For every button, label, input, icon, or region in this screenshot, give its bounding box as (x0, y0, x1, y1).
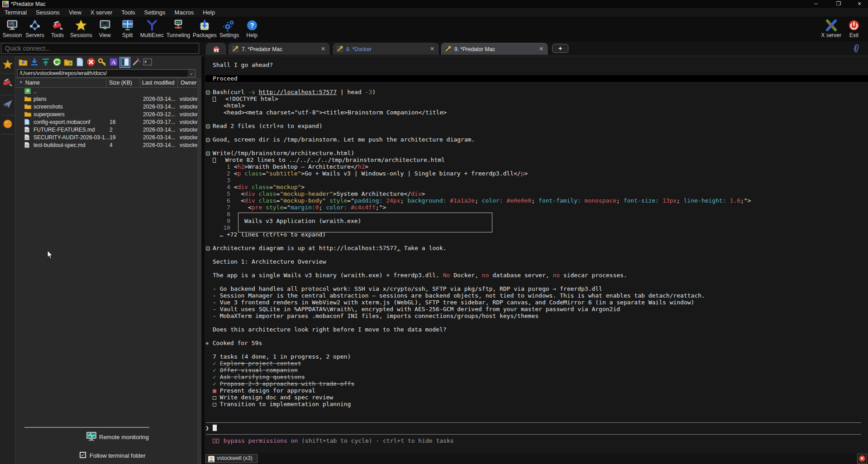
toolbar-x server-button[interactable]: X server (820, 18, 843, 38)
sort-arrow-icon[interactable]: ▼ (19, 80, 23, 85)
file-scrollbar[interactable] (197, 78, 201, 464)
toolbar-sessions-button[interactable]: Sessions (69, 18, 94, 38)
terminal-line: ✳ Cooked for 59s (205, 340, 868, 346)
menu-sessions[interactable]: Sessions (31, 8, 64, 17)
terminal-text: 2 (205, 170, 234, 177)
terminal-text: background: (407, 197, 446, 204)
download-icon[interactable] (29, 57, 39, 67)
toolbar-exit-button[interactable]: Exit (843, 18, 865, 38)
toolbar-view-button[interactable]: View (94, 18, 116, 38)
terminal-text: 6 (205, 197, 234, 204)
charset-icon[interactable]: A (109, 57, 119, 67)
minimize-button[interactable]: – (809, 0, 823, 8)
menu-help[interactable]: Help (198, 8, 219, 17)
menu-x-server[interactable]: X server (86, 8, 117, 17)
window-title: *Predator Mac (11, 1, 46, 7)
follow-terminal-folder-row[interactable]: ✓ Follow terminal folder (15, 451, 197, 461)
quick-connect-input[interactable] (1, 43, 199, 54)
close-session-bar-button[interactable]: ✕ (857, 454, 867, 464)
column-name[interactable]: Name (25, 80, 40, 86)
file-row--[interactable]: .. (15, 88, 197, 95)
bypass-permissions-text: bypass permissions on (220, 437, 298, 444)
refresh-icon[interactable] (52, 57, 62, 67)
menu-macros[interactable]: Macros (170, 8, 199, 17)
session-tab-vstockwell[interactable]: vstockwell (x3) (205, 454, 258, 463)
file-md-icon (24, 127, 29, 134)
sessions-plane-icon[interactable] (0, 99, 15, 111)
delete-icon[interactable] (86, 57, 96, 67)
terminal-link[interactable]: . (397, 245, 401, 251)
restore-button[interactable]: ❐ (832, 0, 845, 8)
terminal-mini-icon[interactable] (143, 57, 153, 67)
terminal-text: 3 (205, 177, 234, 184)
file-row-config-export-mobaconf[interactable]: config-export.mobaconf162026-03-17...vst… (15, 118, 197, 126)
tab-close-icon[interactable]: ✕ (430, 46, 434, 52)
tab-close-icon[interactable]: ✕ (321, 46, 325, 52)
path-dropdown-chevron-icon[interactable]: ⌄ (188, 70, 195, 77)
terminal-text: Good, screen dir is /tmp/brainstorm. Let… (213, 136, 475, 143)
toolbar-split-button[interactable]: Split (116, 18, 139, 38)
file-row-plans[interactable]: plans2026-03-14...vstockw (15, 95, 197, 103)
column-size[interactable]: Size (KB) (109, 80, 132, 86)
terminal-text: Propose 2-3 approaches with trade-offs (220, 380, 354, 387)
toolbar-packages-button[interactable]: Packages (191, 18, 218, 38)
new-tab-button[interactable]: + (552, 44, 568, 53)
file-row-superpowers[interactable]: superpowers2026-03-12...vstockw (15, 111, 197, 118)
terminal-line (205, 279, 868, 285)
terminal-text: < (234, 204, 252, 211)
file-row-future-features-md[interactable]: FUTURE-FEATURES.md22026-03-14...vstockw (15, 126, 197, 134)
terminal-text: div (411, 190, 421, 197)
tools-knife-icon[interactable] (0, 77, 15, 90)
tab-9-predator-mac[interactable]: 9. *Predator Mac✕ (441, 43, 548, 55)
terminal-line: Shall I go ahead? (205, 62, 868, 68)
terminal-text: < (234, 190, 244, 197)
tab-7-predator-mac[interactable]: 7. *Predator Mac✕ (229, 43, 329, 55)
network-globe-icon[interactable] (0, 119, 15, 130)
file-row-screenshots[interactable]: screenshots2026-03-14...vstockw (15, 103, 197, 111)
tab-home[interactable] (206, 43, 226, 55)
terminal-link[interactable]: http://localhost:57577 (259, 89, 337, 95)
folder-up-icon[interactable] (18, 57, 28, 67)
terminal-line: - MobaXTerm importer parses .mobaconf IN… (205, 312, 868, 319)
toolbar-multiexec-button[interactable]: MultiExec (139, 18, 165, 38)
terminal-text: □ (213, 394, 220, 401)
panel-splitter[interactable] (201, 56, 205, 464)
follow-checkbox[interactable]: ✓ (80, 452, 86, 458)
terminal-text: font-family: (539, 197, 581, 204)
toolbar-help-button[interactable]: ?Help (241, 18, 263, 38)
tab-8-docker[interactable]: 8. *Docker✕ (333, 43, 439, 55)
menu-settings[interactable]: Settings (140, 8, 170, 17)
remote-monitoring-row[interactable]: Remote monitoring (15, 431, 197, 443)
menu-tools[interactable]: Tools (117, 8, 139, 17)
terminal-pane[interactable]: Shall I go ahead?ProceedBash(curl -s htt… (205, 56, 868, 453)
toolbar-label: Help (242, 32, 262, 38)
prompt-line[interactable]: ❯ (205, 424, 217, 431)
wand-icon[interactable] (131, 57, 141, 67)
key-icon[interactable] (97, 57, 107, 67)
file-row-test-buildout-spec-md[interactable]: test-buildout-spec.md42026-03-14...vstoc… (15, 142, 197, 149)
new-folder-icon[interactable] (63, 57, 73, 67)
menu-terminal[interactable]: Terminal (0, 8, 31, 17)
file-owner: vstockw (180, 96, 199, 102)
upload-icon[interactable] (41, 57, 51, 67)
assistant-bullet-icon (206, 152, 210, 156)
toolbar-tools-button[interactable]: Tools (46, 18, 69, 38)
path-input[interactable] (17, 69, 196, 77)
column-modified[interactable]: Last modified (142, 80, 174, 86)
attachments-paperclip-icon[interactable] (853, 43, 860, 55)
new-file-icon[interactable] (75, 57, 85, 67)
toolbar-settings-button[interactable]: Settings (218, 18, 241, 38)
file-row-security-audit-2026-03-1-[interactable]: SECURITY-AUDIT-2026-03-1...192026-03-14.… (15, 134, 197, 142)
toolbar-session-button[interactable]: Session (1, 18, 24, 38)
terminal-text: ; (319, 204, 326, 211)
column-owner[interactable]: Owner (181, 80, 196, 86)
close-button[interactable]: × (853, 0, 866, 8)
menu-view[interactable]: View (64, 8, 86, 17)
tab-close-icon[interactable]: ✕ (539, 46, 544, 52)
toolbar-tunneling-button[interactable]: Tunneling (165, 18, 191, 38)
favorites-star-icon[interactable] (0, 59, 15, 71)
toolbar-servers-button[interactable]: Servers (24, 18, 46, 38)
panel-split-icon[interactable] (120, 57, 130, 67)
terminal-text: Read 2 files (ctrl+o to expand) (213, 123, 323, 129)
terminal-text: Does this architecture look right before… (213, 326, 447, 333)
